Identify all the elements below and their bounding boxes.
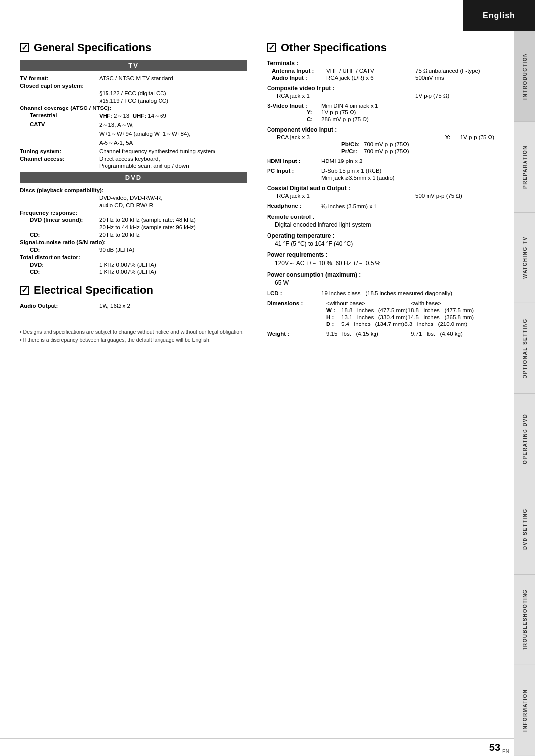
spec-val2: 1V p-p (75 Ω) — [415, 93, 494, 99]
spec-row: Channel coverage (ATSC / NTSC): — [20, 105, 247, 111]
sidebar-tab-information[interactable]: INFORMATION — [514, 665, 535, 756]
power-consumption-value: 65 W — [275, 279, 494, 286]
spec-label: Closed caption system: — [20, 83, 99, 89]
spec-row: Frequency response: — [20, 210, 247, 216]
main-content: General Specifications TV TV format: ATS… — [0, 31, 514, 364]
spec-label-indent: CD: — [20, 247, 99, 253]
dim-label: Dimensions : — [267, 300, 317, 306]
spec-value: VHF: 2～13 UHF: 14～69 — [99, 112, 247, 120]
spec-row: 20 Hz to 44 kHz (sample rate: 96 kHz) — [20, 224, 247, 230]
checkbox-icon-general — [20, 43, 29, 52]
spec-sub-key: Pr/Cr: — [341, 148, 364, 154]
spec-sub-val: 286 mV p-p (75 Ω) — [321, 116, 369, 122]
spec-row: Headphone : ¹⁄₈ inches (3.5mm) x 1 — [267, 203, 494, 210]
spec-value: 20 Hz to 20 kHz (sample rate: 48 kHz) — [99, 217, 247, 223]
dim-row-d: D : 5.4 inches (134.7 mm) 8.3 inches (21… — [326, 321, 494, 327]
language-bar: English — [463, 0, 535, 31]
spec-label-indent: CATV — [20, 121, 99, 129]
spec-sub-key: C: — [307, 116, 321, 122]
spec-row: DVD: 1 KHz 0.007% (JEITA) — [20, 262, 247, 268]
spec-row: Pb/Cb: 700 mV p-p (75Ω) — [277, 141, 494, 147]
spec-label: TV format: — [20, 75, 99, 81]
composite-section: Composite video Input : RCA jack x 1 1V … — [267, 85, 494, 99]
spec-val: Mini jack ø3.5mm x 1 (audio) — [321, 175, 494, 181]
spec-label: Frequency response: — [20, 210, 99, 216]
spec-value: 1W, 16Ω x 2 — [99, 303, 247, 309]
power-req-section: Power requirements : 120V～ AC +/－ 10 %, … — [267, 251, 494, 268]
weight-val1: 9.15 lbs. (4.15 kg) — [326, 331, 411, 337]
spec-val: HDMI 19 pin x 2 — [321, 158, 494, 164]
composite-label: Composite video Input : — [267, 85, 494, 92]
spec-label: Channel access: — [20, 156, 99, 162]
spec-val: RCA jack x 1 — [277, 193, 415, 199]
spec-sub-val: 1V p-p (75 Ω) — [321, 109, 356, 115]
spec-row: Mini jack ø3.5mm x 1 (audio) — [267, 175, 494, 181]
footer-note-2: • If there is a discrepancy between lang… — [20, 336, 247, 344]
spec-label-indent: Terrestrial — [20, 112, 99, 120]
dim-col2: 14.5 inches (365.8 mm) — [408, 314, 474, 320]
sidebar-tab-dvd-setting[interactable]: DVD SETTING — [514, 484, 535, 575]
sidebar-tab-preparation[interactable]: PREPARATION — [514, 122, 535, 213]
checkbox-icon-electrical — [20, 286, 29, 295]
spec-val: RCA jack x 1 — [277, 93, 415, 99]
spec-value — [104, 187, 247, 193]
spec-val2: 500mV rms — [415, 75, 494, 81]
spec-row: Total distortion factor: — [20, 254, 247, 260]
spec-row: W+1～W+94 (analog W+1～W+84), — [20, 130, 247, 138]
weight-section: Weight : 9.15 lbs. (4.15 kg) 9.71 lbs. (… — [267, 331, 494, 337]
spec-val: Mini DIN 4 pin jack x 1 — [321, 103, 494, 108]
sidebar-tab-operating-dvd[interactable]: OPERATING DVD — [514, 394, 535, 485]
spec-sub-key: Pb/Cb: — [341, 141, 364, 147]
spec-row: CD: 20 Hz to 20 kHz — [20, 232, 247, 238]
lcd-section: LCD : 19 inches class (18.5 inches measu… — [267, 290, 494, 296]
spec-value: 2～13, A～W, — [99, 121, 247, 129]
electrical-section: Electrical Specification Audio Output: 1… — [20, 284, 247, 309]
remote-control-section: Remote control : Digital encoded infrare… — [267, 214, 494, 228]
spec-row: RCA jack x 1 500 mV p-p (75 Ω) — [277, 193, 494, 199]
spec-value: DVD-video, DVD-RW/-R, — [99, 195, 247, 201]
spec-value — [99, 210, 247, 216]
spec-row: CD: 90 dB (JEITA) — [20, 247, 247, 253]
spec-val2: 500 mV p-p (75 Ω) — [415, 193, 494, 199]
sidebar-tab-optional-setting[interactable]: OPTIONAL SETTING — [514, 303, 535, 394]
other-specs-heading: Other Specifications — [267, 41, 494, 54]
spec-label: Channel coverage (ATSC / NTSC): — [20, 105, 111, 111]
spec-value: 20 Hz to 44 kHz (sample rate: 96 kHz) — [99, 224, 247, 230]
spec-key: S-Video Input : — [267, 103, 321, 108]
spec-value: §15.122 / FCC (digital CC) — [99, 90, 247, 96]
spacer — [277, 141, 341, 147]
dim-col: 18.8 inches (477.5 mm) — [341, 307, 408, 313]
spec-sub-key: Y: — [445, 134, 460, 140]
spec-key: PC Input : — [267, 168, 321, 174]
spec-row: Closed caption system: — [20, 83, 247, 89]
spec-row: Programmable scan, and up / down — [20, 163, 247, 169]
page-number-bar: 53 EN — [0, 738, 514, 756]
spec-row: Audio Output: 1W, 16Ω x 2 — [20, 303, 247, 309]
spec-value: W+1～W+94 (analog W+1～W+84), — [99, 130, 247, 138]
spec-row: CD: 1 KHz 0.007% (JEITA) — [20, 269, 247, 275]
power-req-label: Power requirements : — [267, 251, 494, 258]
spec-row: S-Video Input : Mini DIN 4 pin jack x 1 — [267, 103, 494, 108]
terminals-section: Terminals : Antenna Input : VHF / UHF / … — [267, 60, 494, 81]
weight-val2: 9.71 lbs. (4.40 kg) — [411, 331, 463, 337]
pc-input-section: PC Input : D-Sub 15 pin x 1 (RGB) Mini j… — [267, 168, 494, 181]
sidebar-tab-troubleshooting[interactable]: TROUBLESHOOTING — [514, 575, 535, 665]
spec-val: 19 inches class (18.5 inches measured di… — [321, 290, 494, 296]
remote-label: Remote control : — [267, 214, 494, 220]
spec-value — [99, 83, 247, 89]
spec-value: §15.119 / FCC (analog CC) — [99, 98, 247, 104]
spec-sub-val: 700 mV p-p (75Ω) — [364, 148, 409, 154]
coaxial-label: Coaxial Digital audio Output : — [267, 185, 494, 192]
dimensions-section: Dimensions : <without base> <with base> … — [267, 300, 494, 327]
weight-row: Weight : 9.15 lbs. (4.15 kg) 9.71 lbs. (… — [267, 331, 494, 337]
dim-col: 5.4 inches (134.7 mm) — [341, 321, 404, 327]
spec-label: Audio Output: — [20, 303, 99, 309]
power-consumption-label: Power consumption (maximum) : — [267, 271, 494, 278]
spec-row: PC Input : D-Sub 15 pin x 1 (RGB) — [267, 168, 494, 174]
sidebar-tab-introduction[interactable]: INTRODUCTION — [514, 31, 535, 122]
spacer — [317, 300, 326, 306]
spec-sub-key: Y: — [307, 109, 321, 115]
spec-row: C: 286 mV p-p (75 Ω) — [307, 116, 494, 122]
general-specs-heading: General Specifications — [20, 41, 247, 54]
sidebar-tab-watching-tv[interactable]: WATCHING TV — [514, 213, 535, 303]
